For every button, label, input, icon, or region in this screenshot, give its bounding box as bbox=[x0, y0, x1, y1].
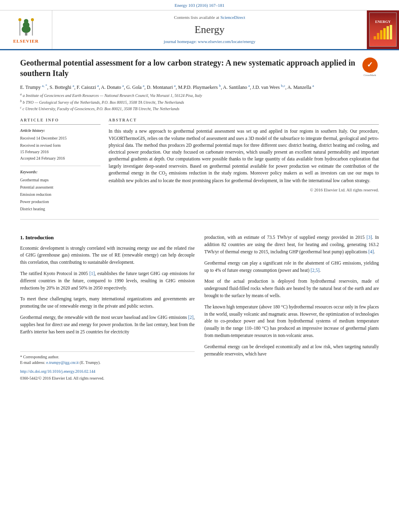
article-two-col: 1. Introduction Economic development is … bbox=[20, 234, 379, 381]
article-body: 1. Introduction Economic development is … bbox=[0, 234, 399, 389]
received-revised-date: 15 February 2016 bbox=[20, 149, 101, 155]
paper-title: Geothermal potential assessment for a lo… bbox=[20, 58, 357, 78]
journal-header: ELSEVIER Contents lists available at Sci… bbox=[0, 10, 399, 50]
homepage-url[interactable]: www.elsevier.com/locate/energy bbox=[198, 39, 255, 44]
received-date: Received 14 December 2015 bbox=[20, 135, 101, 142]
svg-point-3 bbox=[24, 19, 28, 23]
body-para-r1: production, with an estimate of 73.5 TWh… bbox=[204, 234, 379, 255]
keyword-1: Geothermal maps bbox=[20, 177, 101, 184]
article-dates: Received 14 December 2015 Received in re… bbox=[20, 135, 101, 162]
info-abstract-section: Article info Article history: Received 1… bbox=[20, 117, 379, 213]
svg-rect-14 bbox=[390, 25, 392, 39]
accepted-date: Accepted 24 February 2016 bbox=[20, 155, 101, 162]
contents-available: Contents lists available at ScienceDirec… bbox=[174, 14, 245, 21]
cover-chart-icon bbox=[373, 24, 393, 40]
body-para-4: Geothermal energy, the renewable with th… bbox=[20, 314, 195, 335]
ref-2: [2] bbox=[188, 315, 193, 320]
journal-homepage: journal homepage: www.elsevier.com/locat… bbox=[164, 39, 255, 45]
keyword-4: Power production bbox=[20, 198, 101, 205]
citation-text: Energy 103 (2016) 167–181 bbox=[175, 3, 224, 8]
citation-bar: Energy 103 (2016) 167–181 bbox=[0, 0, 399, 10]
journal-title: Energy bbox=[195, 23, 225, 37]
journal-cover: ENERGY bbox=[367, 10, 399, 49]
elsevier-logo: ELSEVIER bbox=[0, 10, 52, 49]
article-info-heading: Article info bbox=[20, 117, 101, 125]
affiliation-b: b b TNO — Geological Survey of the Nethe… bbox=[20, 99, 379, 105]
svg-rect-10 bbox=[377, 33, 379, 39]
svg-rect-12 bbox=[383, 28, 386, 39]
footnote-star: * Corresponding author. bbox=[20, 354, 195, 360]
article-right-col: production, with an estimate of 73.5 TWh… bbox=[204, 234, 379, 381]
affiliations: a a Institute of Geosciences and Earth R… bbox=[20, 92, 379, 112]
crossmark: ✓ CrossMark bbox=[361, 58, 379, 78]
svg-point-6 bbox=[31, 18, 33, 21]
cover-image: ENERGY bbox=[369, 12, 397, 47]
abstract-text: In this study a new approach to geotherm… bbox=[109, 128, 379, 184]
affiliation-a: a a Institute of Geosciences and Earth R… bbox=[20, 92, 379, 99]
sciencedirect-link[interactable]: ScienceDirect bbox=[220, 15, 245, 20]
ref-3: [3] bbox=[366, 235, 372, 240]
content-divider bbox=[20, 219, 379, 220]
elsevier-tree-icon bbox=[12, 15, 40, 37]
keywords-list: Geothermal maps Potential assessment Emi… bbox=[20, 177, 101, 213]
doi-link[interactable]: http://dx.doi.org/10.1016/j.energy.2016.… bbox=[20, 369, 195, 374]
keyword-3: Emission reduction bbox=[20, 191, 101, 198]
body-para-r4: The known high temperature (above 180 °C… bbox=[204, 304, 379, 339]
body-para-3: To meet these challenging targets, many … bbox=[20, 296, 195, 310]
svg-rect-9 bbox=[374, 36, 376, 39]
history-label: Article history: bbox=[20, 128, 101, 134]
keyword-2: Potential assessment bbox=[20, 184, 101, 191]
ref-4: [4] bbox=[368, 249, 374, 254]
ref-25: [2,5] bbox=[311, 268, 319, 273]
svg-point-4 bbox=[18, 18, 21, 21]
svg-rect-13 bbox=[387, 26, 389, 39]
article-left-col: 1. Introduction Economic development is … bbox=[20, 234, 195, 381]
section1-heading: 1. Introduction bbox=[20, 234, 195, 241]
crossmark-icon: ✓ bbox=[362, 58, 378, 73]
body-para-1: Economic development is strongly correla… bbox=[20, 245, 195, 266]
keyword-5: District heating bbox=[20, 205, 101, 213]
body-para-r5: Geothermal energy can be developed econo… bbox=[204, 343, 379, 358]
body-para-r2: Geothermal energy can play a significant… bbox=[204, 260, 379, 274]
crossmark-label: CrossMark bbox=[364, 74, 376, 78]
svg-point-8 bbox=[25, 33, 27, 35]
footnote-email: E-mail address: e.trumpy@igg.cnr.it (E. … bbox=[20, 360, 195, 366]
ref-1: [1] bbox=[89, 271, 95, 276]
keywords-label: Keywords: bbox=[20, 169, 101, 175]
svg-rect-11 bbox=[380, 30, 383, 39]
affiliation-c: c c Utrecht University, Faculty of Geosc… bbox=[20, 105, 379, 112]
paper-title-row: Geothermal potential assessment for a lo… bbox=[20, 58, 379, 78]
body-para-2: The ratified Kyoto Protocol in 2005 [1],… bbox=[20, 270, 195, 292]
journal-middle: Contents lists available at ScienceDirec… bbox=[52, 10, 367, 49]
article-info-col: Article info Article history: Received 1… bbox=[20, 117, 101, 213]
doi-section: http://dx.doi.org/10.1016/j.energy.2016.… bbox=[20, 369, 195, 381]
paper-content: Geothermal potential assessment for a lo… bbox=[0, 50, 399, 234]
email-link[interactable]: e.trumpy@igg.cnr.it bbox=[46, 360, 79, 365]
issn-text: 0360-5442/© 2016 Elsevier Ltd. All right… bbox=[20, 376, 195, 381]
footnotes-section: * Corresponding author. E-mail address: … bbox=[20, 351, 195, 366]
body-para-r3: Most of the actual production is deploye… bbox=[204, 278, 379, 299]
copyright-line: © 2016 Elsevier Ltd. All rights reserved… bbox=[109, 187, 379, 193]
authors-line: E. Trumpy a, *, S. Botteghi a, F. Caiozz… bbox=[20, 83, 379, 91]
abstract-col: Abstract In this study a new approach to… bbox=[109, 117, 379, 213]
received-revised-label: Received in revised form bbox=[20, 142, 101, 149]
elsevier-label: ELSEVIER bbox=[13, 38, 39, 44]
abstract-heading: Abstract bbox=[109, 117, 379, 125]
